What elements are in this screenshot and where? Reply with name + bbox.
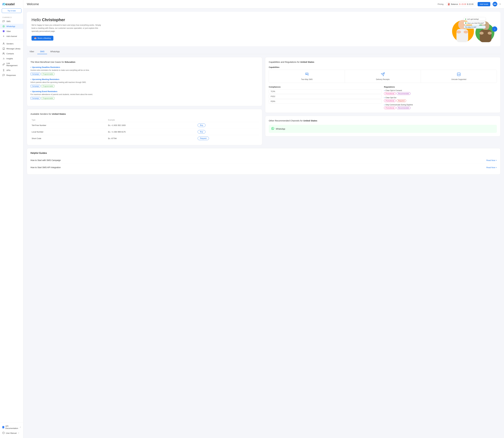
sender-example-3: Ex. 67794 [107, 135, 196, 142]
insights-label: Insights [6, 57, 13, 60]
try-now-button[interactable]: Try it now [2, 9, 21, 13]
sidebar-bottom: API Documentation ↗ User Manual ↗ [0, 421, 23, 436]
compliances-label: Compliances [269, 86, 382, 88]
capabilities-grid: Two-Way SMS Delivery Receipts UN [269, 70, 497, 83]
two-way-sms-icon [305, 72, 309, 77]
balance-badge: ⛽ Balance: $ -15.30 $ 22.00 [446, 2, 475, 6]
regulation-opt-out-tags: Promotional Required [384, 99, 497, 102]
whatsapp-label: WhatsApp [6, 25, 15, 27]
regulations-column: Regulations Clear Opt-In Consent Promoti… [384, 86, 497, 109]
use-case-2: Upcoming Meeting Reminders Inform parent… [31, 78, 259, 88]
regulation-daytime-tags: Promotional Recommended [384, 107, 497, 109]
sidebar-item-contacts[interactable]: Contacts [0, 51, 23, 56]
hero-arrow-button[interactable]: › [492, 26, 497, 32]
capability-delivery-receipts: Delivery Receipts [345, 70, 421, 83]
pricing-link[interactable]: Pricing [438, 3, 443, 5]
tab-sms[interactable]: SMS [37, 49, 47, 54]
whatsapp-channel-item[interactable]: WhatsApp [269, 125, 497, 133]
api-documentation-link[interactable]: API Documentation ↗ [0, 424, 23, 431]
guide-item-1: How to Start with SMS Campaign Read Now … [31, 157, 497, 164]
app-container: IDexatel Try it now Channels SMS WhatsAp… [0, 0, 504, 438]
tag-programmable-1: Programmable [41, 73, 54, 75]
use-case-2-tags: Campaign Programmable [31, 85, 259, 88]
add-funds-button[interactable]: Add funds [478, 2, 490, 6]
user-avatar[interactable]: MA [493, 2, 497, 6]
sidebar-item-add-channel[interactable]: Add channel [0, 34, 23, 39]
left-column: The Most Beneficial Use Cases for Educat… [27, 57, 262, 145]
balance-amount: $ -15.30 [459, 3, 466, 5]
use-cases-title-bold: Education [65, 61, 75, 63]
sidebar-item-whatsapp[interactable]: WhatsApp [0, 24, 23, 29]
tag-programmable-3: Programmable [41, 97, 54, 99]
tab-viber[interactable]: Viber [27, 49, 37, 54]
tab-whatsapp[interactable]: WhatsApp [48, 49, 63, 54]
regulation-opt-out: Clear Opt-Out Promotional Required [384, 97, 497, 102]
sender-type-1: Toll-Free Number [31, 122, 107, 129]
guides-title: Helpful Guides [31, 152, 497, 154]
reg-tag-recommended-1: Recommended [397, 92, 411, 95]
compliance-section: Compliances TCPA PSD2 PDPA Regulations [269, 86, 497, 109]
contacts-icon [2, 52, 5, 55]
svg-point-2 [3, 43, 4, 44]
compliance-psd2: PSD2 [269, 94, 382, 99]
user-manual-link[interactable]: User Manual ↗ [0, 431, 23, 436]
sidebar-item-responses[interactable]: Responses [0, 73, 23, 78]
reg-tag-promotional-3: Promotional [384, 107, 396, 109]
sender-row-3: Short Code Ex. 67794 Request [31, 135, 259, 142]
svg-rect-16 [480, 30, 492, 42]
hero-illustration: ▶ Let's get texting! Have you tried Dexa… [449, 16, 496, 42]
book-meeting-button[interactable]: 📅 Book a Meeting [32, 36, 53, 41]
page-title: Welcome [27, 2, 39, 6]
api-docs-label: API Documentation [5, 425, 18, 429]
balance-credit: $ 22.00 [467, 3, 473, 5]
use-case-2-title: Upcoming Meeting Reminders [31, 78, 259, 80]
topnav: Welcome Pricing ⛽ Balance: $ -15.30 $ 22… [23, 0, 504, 8]
reg-tag-required: Required [397, 99, 406, 102]
regulations-label: Regulations [384, 86, 497, 88]
use-cases-title: The Most Beneficial Use Cases for Educat… [31, 61, 259, 63]
senders-card: Available Senders for United States Type… [27, 109, 262, 145]
use-case-3: Upcoming Event Reminders For maximum att… [31, 90, 259, 99]
external-link-icon: ↗ [20, 426, 21, 428]
guide-2-title: How to Start SMS API Integration [31, 166, 61, 169]
compliance-pdpa: PDPA [269, 99, 382, 103]
sidebar-item-senders[interactable]: Senders [0, 41, 23, 46]
use-case-3-tags: Campaign Programmable [31, 97, 259, 99]
sms-icon [2, 20, 5, 23]
regulation-opt-in-title: Clear Opt-In Consent [384, 89, 497, 91]
message-library-icon [2, 47, 5, 50]
guide-item-2: How to Start SMS API Integration Read No… [31, 164, 497, 171]
reg-tag-promotional-2: Promotional [384, 99, 396, 102]
sidebar-item-apis[interactable]: APIs [0, 68, 23, 73]
guide-2-link[interactable]: Read Now > [486, 166, 497, 169]
sidebar-item-link-management[interactable]: Link Management [0, 61, 23, 68]
sidebar-item-sms[interactable]: SMS [0, 19, 23, 24]
capabilities-card: Capabilities and Regulations for United … [265, 57, 501, 113]
apis-label: APIs [6, 69, 10, 71]
sidebar-item-insights[interactable]: Insights [0, 56, 23, 61]
regulation-daytime-title: Only Communicate During Daytime [384, 104, 497, 106]
buy-button-2[interactable]: Buy [198, 130, 206, 133]
user-menu-chevron[interactable]: ▾ [500, 3, 501, 5]
main-area: Welcome Pricing ⛽ Balance: $ -15.30 $ 22… [23, 0, 504, 438]
tag-programmable-2: Programmable [41, 85, 54, 88]
request-button[interactable]: Request [198, 137, 209, 140]
user-manual-label: User Manual [6, 432, 17, 434]
compliance-tcpa: TCPA [269, 89, 382, 94]
sidebar-item-message-library[interactable]: Message Library [0, 46, 23, 51]
buy-button-1[interactable]: Buy [198, 123, 206, 127]
tag-campaign-1: Campaign [31, 73, 40, 75]
channels-label: Channels [0, 15, 23, 19]
senders-icon [2, 42, 5, 45]
other-rec-plain: Other Recommended Channels for [269, 119, 303, 122]
responses-label: Responses [6, 74, 16, 76]
svg-point-3 [3, 53, 4, 54]
svg-point-14 [464, 31, 468, 33]
use-case-3-desc: For maximum attendance of parents and st… [31, 93, 259, 96]
tabs-bar: Viber SMS WhatsApp [27, 49, 501, 54]
senders-label: Senders [6, 43, 13, 45]
sidebar-item-viber[interactable]: Viber [0, 29, 23, 34]
sender-example-2: Ex. +1 364 999 8175 [107, 129, 196, 135]
guide-1-link[interactable]: Read Now > [486, 159, 497, 161]
regulation-opt-in: Clear Opt-In Consent Promotional Recomme… [384, 89, 497, 95]
